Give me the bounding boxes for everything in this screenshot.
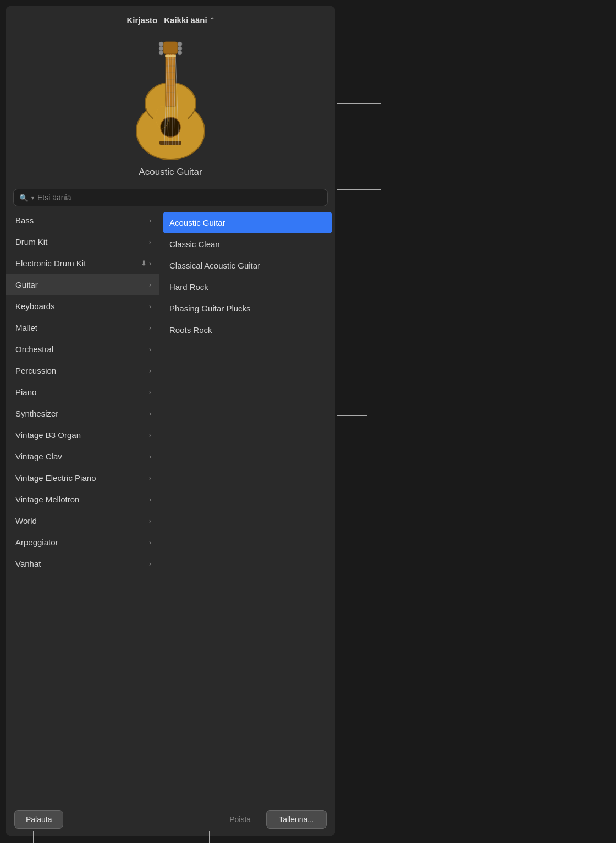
list-container: Bass›Drum Kit›Electronic Drum Kit⬇›Guita…	[6, 210, 336, 802]
annotation-bracket-mid	[337, 415, 367, 416]
category-item-vintage-mellotron[interactable]: Vintage Mellotron›	[6, 489, 159, 510]
preset-list: Acoustic GuitarClassic CleanClassical Ac…	[160, 210, 336, 802]
chevron-icon-vanhat: ›	[149, 560, 151, 568]
category-label-keyboards: Keyboards	[15, 302, 149, 311]
category-item-drum-kit[interactable]: Drum Kit›	[6, 231, 159, 253]
chevron-icon-synthesizer: ›	[149, 410, 151, 418]
svg-rect-26	[165, 55, 176, 57]
dropdown-arrow-icon: ⌃	[210, 17, 215, 24]
preset-item-roots-rock[interactable]: Roots Rock	[160, 319, 336, 341]
category-label-mallet: Mallet	[15, 323, 149, 332]
category-label-guitar: Guitar	[15, 280, 149, 289]
svg-point-8	[159, 46, 163, 51]
chevron-icon-vintage-clav: ›	[149, 453, 151, 461]
category-item-vintage-electric-piano[interactable]: Vintage Electric Piano›	[6, 467, 159, 489]
category-list: Bass›Drum Kit›Electronic Drum Kit⬇›Guita…	[6, 210, 160, 802]
chevron-icon-vintage-b3-organ: ›	[149, 431, 151, 439]
annotation-line-mid	[209, 831, 210, 843]
search-filter-icon: ▾	[31, 195, 34, 201]
category-label-drum-kit: Drum Kit	[15, 237, 149, 247]
category-label-bass: Bass	[15, 216, 149, 225]
category-item-percussion[interactable]: Percussion›	[6, 360, 159, 381]
svg-point-12	[178, 51, 182, 55]
instrument-image	[116, 36, 226, 162]
category-label-piano: Piano	[15, 387, 149, 397]
svg-point-10	[178, 42, 182, 46]
chevron-icon-piano: ›	[149, 388, 151, 396]
preset-item-acoustic-guitar[interactable]: Acoustic Guitar	[163, 212, 332, 233]
footer-buttons: Palauta Poista Tallenna...	[6, 802, 336, 836]
category-label-orchestral: Orchestral	[15, 344, 149, 354]
chevron-icon-mallet: ›	[149, 324, 151, 332]
main-panel: Kirjasto Kaikki ääni ⌃	[6, 6, 336, 836]
search-bar[interactable]: 🔍 ▾ Etsi ääniä	[13, 189, 328, 206]
chevron-icon-arpeggiator: ›	[149, 539, 151, 546]
category-item-vanhat[interactable]: Vanhat›	[6, 553, 159, 574]
download-icon-electronic-drum-kit: ⬇	[141, 259, 147, 267]
annotation-line-2	[337, 189, 381, 190]
category-item-piano[interactable]: Piano›	[6, 381, 159, 403]
annotation-line-bottom	[337, 812, 436, 812]
svg-point-11	[178, 46, 182, 51]
category-item-electronic-drum-kit[interactable]: Electronic Drum Kit⬇›	[6, 253, 159, 274]
chevron-icon-electronic-drum-kit: ›	[149, 260, 151, 267]
search-icon: 🔍	[19, 194, 28, 202]
category-item-vintage-b3-organ[interactable]: Vintage B3 Organ›	[6, 424, 159, 446]
chevron-icon-drum-kit: ›	[149, 238, 151, 246]
restore-button[interactable]: Palauta	[14, 810, 63, 829]
sound-category-dropdown[interactable]: Kaikki ääni ⌃	[164, 15, 214, 25]
instrument-name: Acoustic Guitar	[139, 167, 202, 178]
chevron-icon-world: ›	[149, 517, 151, 525]
category-item-synthesizer[interactable]: Synthesizer›	[6, 403, 159, 424]
category-label-electronic-drum-kit: Electronic Drum Kit	[15, 259, 141, 268]
preset-item-classical-acoustic-guitar[interactable]: Classical Acoustic Guitar	[160, 255, 336, 276]
category-label-synthesizer: Synthesizer	[15, 409, 149, 418]
library-label: Kirjasto	[127, 15, 157, 25]
category-item-arpeggiator[interactable]: Arpeggiator›	[6, 532, 159, 553]
category-label-vintage-electric-piano: Vintage Electric Piano	[15, 473, 149, 483]
category-item-guitar[interactable]: Guitar›	[6, 274, 159, 295]
annotation-line-1	[337, 103, 381, 104]
category-label-arpeggiator: Arpeggiator	[15, 538, 149, 547]
category-label-world: World	[15, 516, 149, 525]
save-button[interactable]: Tallenna...	[266, 810, 327, 829]
category-item-orchestral[interactable]: Orchestral›	[6, 338, 159, 360]
chevron-icon-vintage-mellotron: ›	[149, 496, 151, 503]
chevron-icon-vintage-electric-piano: ›	[149, 474, 151, 482]
annotation-bracket-vertical	[337, 204, 337, 634]
chevron-icon-orchestral: ›	[149, 346, 151, 353]
category-label-vintage-clav: Vintage Clav	[15, 452, 149, 461]
svg-point-7	[159, 42, 163, 46]
category-label-percussion: Percussion	[15, 366, 149, 375]
category-item-bass[interactable]: Bass›	[6, 210, 159, 231]
delete-button[interactable]: Poista	[218, 811, 262, 828]
preset-item-classic-clean[interactable]: Classic Clean	[160, 233, 336, 255]
chevron-icon-percussion: ›	[149, 367, 151, 375]
search-placeholder[interactable]: Etsi ääniä	[37, 193, 322, 202]
instrument-display: Acoustic Guitar	[6, 30, 336, 189]
category-item-world[interactable]: World›	[6, 510, 159, 532]
dropdown-label: Kaikki ääni	[164, 15, 207, 25]
chevron-icon-keyboards: ›	[149, 303, 151, 310]
chevron-icon-guitar: ›	[149, 281, 151, 289]
svg-rect-6	[163, 42, 178, 54]
annotation-line-left	[33, 831, 34, 843]
category-label-vanhat: Vanhat	[15, 559, 149, 568]
svg-point-9	[159, 51, 163, 55]
svg-point-3	[161, 117, 180, 137]
category-label-vintage-mellotron: Vintage Mellotron	[15, 495, 149, 504]
annotation-bracket-top	[337, 204, 337, 210]
header: Kirjasto Kaikki ääni ⌃	[6, 6, 336, 30]
preset-item-phasing-guitar-plucks[interactable]: Phasing Guitar Plucks	[160, 298, 336, 319]
chevron-icon-bass: ›	[149, 217, 151, 225]
svg-rect-4	[160, 141, 182, 145]
category-item-keyboards[interactable]: Keyboards›	[6, 295, 159, 317]
category-item-vintage-clav[interactable]: Vintage Clav›	[6, 446, 159, 467]
preset-item-hard-rock[interactable]: Hard Rock	[160, 276, 336, 298]
annotation-bracket-bottom	[337, 627, 337, 634]
category-item-mallet[interactable]: Mallet›	[6, 317, 159, 338]
category-label-vintage-b3-organ: Vintage B3 Organ	[15, 430, 149, 440]
